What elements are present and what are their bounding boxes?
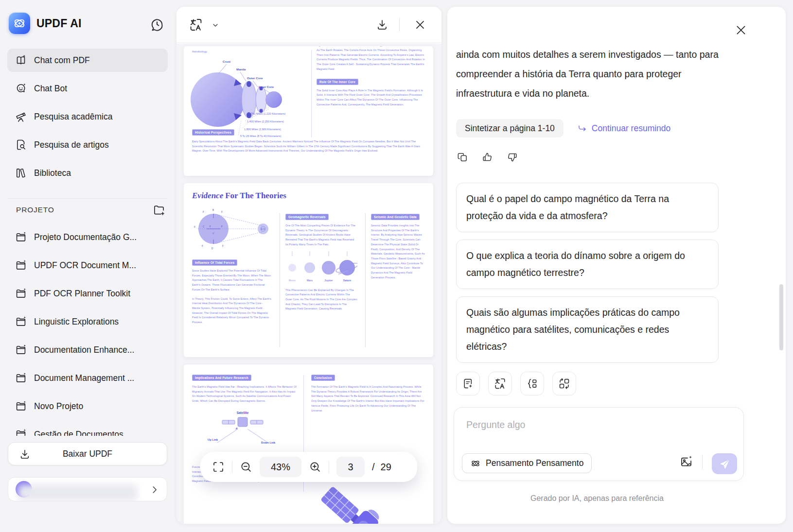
cut-text-line: Magnetic Field Research Also Connects To…: [315, 46, 426, 47]
suggested-question[interactable]: Quais são algumas implicações práticas d…: [456, 296, 719, 363]
translate-tool-button[interactable]: [488, 372, 512, 395]
thumbs-down-icon[interactable]: [507, 152, 518, 163]
history-icon[interactable]: [150, 17, 164, 32]
page-total: /29: [372, 462, 391, 473]
atom-icon: [470, 458, 481, 469]
project-section-label: PROJETO: [16, 206, 54, 214]
outline-tool-button[interactable]: [520, 372, 544, 395]
section-badge: Seismic And Geodetic Data: [371, 214, 420, 220]
page-title: EvidenceFor The Theories: [192, 191, 286, 201]
page-column: BFF FCFF UDFF E S Influence Of Tidal For…: [192, 206, 272, 325]
svg-text:F: F: [202, 245, 203, 247]
column-rule: [311, 50, 312, 137]
folder-sparkle-icon: [15, 231, 27, 243]
close-icon[interactable]: [734, 23, 748, 37]
library-icon: [15, 167, 27, 179]
ai-disclaimer: Gerado por IA, apenas para referência: [447, 494, 747, 503]
svg-text:Down Link: Down Link: [261, 441, 276, 444]
section-badge: Influence Of Tidal Forces: [192, 259, 237, 266]
fit-page-icon[interactable]: [212, 461, 225, 473]
project-item[interactable]: PDF OCR Planner Toolkit: [7, 282, 168, 305]
svg-text:F: F: [221, 225, 223, 228]
folder-sparkle-icon: [15, 288, 27, 299]
svg-text:Mantle: Mantle: [236, 68, 246, 71]
sidebar-item-biblioteca[interactable]: Biblioteca: [7, 161, 168, 185]
column-rule: [365, 213, 366, 347]
folder-sparkle-icon: [15, 400, 27, 412]
chevron-down-icon[interactable]: [211, 21, 219, 29]
thumbs-up-icon[interactable]: [482, 152, 493, 163]
section-badge: Conclusion: [311, 375, 335, 381]
chat-input[interactable]: Pergunte algo Pensamento Pensamento: [454, 407, 744, 481]
translate-icon[interactable]: [189, 18, 203, 32]
chevron-right-icon: [149, 484, 160, 495]
svg-text:Mars: Mars: [307, 279, 313, 282]
column-rule: [280, 213, 280, 347]
source-pill[interactable]: Sintetizar a página 1-10: [456, 119, 564, 137]
project-item[interactable]: Novo Projeto: [7, 395, 168, 418]
ai-message: ainda com muitos detalhes a serem invest…: [456, 45, 737, 103]
message-actions: [457, 152, 518, 163]
section-badge: Implications And Future Research: [192, 375, 251, 381]
svg-text:Inner Core: Inner Core: [259, 85, 274, 88]
svg-text:U: U: [212, 232, 214, 235]
nav-label: Biblioteca: [34, 168, 71, 178]
ai-chat-panel: ainda com muitos detalhes a serem invest…: [447, 7, 786, 524]
suggested-question[interactable]: Qual é o papel do campo magnético da Ter…: [456, 183, 719, 232]
nav-label: Pesquisa acadêmica: [34, 112, 112, 122]
download-updf-button[interactable]: Baixar UPDF: [8, 442, 167, 465]
sidebar-item-chat-com-pdf[interactable]: Chat com PDF: [7, 49, 168, 72]
continue-summarizing-link[interactable]: Continuar resumindo: [577, 123, 670, 134]
pdf-preview-panel: Magnetic Field Research Also Connects To…: [176, 7, 441, 524]
project-item[interactable]: Projeto Documentação G...: [7, 225, 168, 249]
zoom-out-icon[interactable]: [240, 461, 252, 473]
project-section-header: PROJETO: [16, 203, 165, 217]
folder-sparkle-icon: [15, 372, 27, 384]
project-item[interactable]: UPDF OCR Document M...: [7, 254, 168, 277]
summarize-tool-button[interactable]: [456, 372, 480, 395]
suggested-question[interactable]: O que explica a teoria do dínamo sobre a…: [456, 240, 719, 289]
svg-text:F: F: [210, 225, 211, 228]
updf-logo-icon: [9, 13, 30, 34]
zoom-level[interactable]: 43%: [260, 457, 301, 477]
page-number-input[interactable]: 3: [336, 457, 365, 477]
new-project-icon[interactable]: [153, 204, 165, 216]
add-image-icon[interactable]: [680, 455, 693, 468]
user-profile[interactable]: [8, 477, 167, 501]
sidebar-divider: [8, 198, 167, 199]
message-meta-row: Sintetizar a página 1-10 Continuar resum…: [456, 119, 670, 137]
continue-arrow-icon: [577, 123, 587, 134]
zoom-in-icon[interactable]: [309, 461, 321, 473]
measure-label: 760 Miles (1,220 Kilometers): [251, 112, 285, 115]
outline-icon: [526, 378, 538, 390]
doc-sparkle-icon: [462, 378, 474, 390]
updf-ai-window: UPDF AI Chat com PDF Chat Bot Pesquisa a…: [0, 0, 793, 532]
tidal-forces-diagram: BFF FCFF UDFF E S: [192, 206, 272, 251]
page-text: Early Speculations About The Earth's Mag…: [192, 139, 425, 154]
section-badge: Historical Perspectives: [192, 129, 234, 136]
planets-diagram: MoonMarsJupiterSaturn: [285, 250, 357, 284]
sidebar-item-pesquisa-academica[interactable]: Pesquisa acadêmica: [7, 105, 168, 128]
project-item[interactable]: Gestão de Documentos: [7, 423, 168, 436]
svg-text:F: F: [221, 211, 223, 213]
user-name-blurred: [18, 484, 137, 501]
project-item[interactable]: Documentation Enhance...: [7, 338, 168, 361]
close-preview-icon[interactable]: [414, 18, 426, 31]
project-item[interactable]: Linguistic Explorations: [7, 310, 168, 333]
convert-tool-button[interactable]: [552, 372, 576, 395]
send-button[interactable]: [712, 453, 737, 474]
project-item[interactable]: Document Management ...: [7, 366, 168, 390]
chat-scrollbar[interactable]: [779, 284, 783, 350]
sidebar-item-chat-bot[interactable]: Chat Bot: [7, 77, 168, 100]
download-pdf-icon[interactable]: [376, 18, 388, 31]
ai-tools-row: [456, 372, 576, 395]
copy-icon[interactable]: [457, 152, 468, 163]
sidebar-item-pesquisa-de-artigos[interactable]: Pesquisa de artigos: [7, 133, 168, 156]
section-badge: Geomagnetic Reversals: [285, 214, 329, 220]
svg-text:1,400 Miles (2,250 Kilometers): 1,400 Miles (2,250 Kilometers): [247, 120, 284, 123]
page-column: Seismic And Geodetic Data Seismic Data P…: [371, 211, 425, 280]
svg-text:Jupiter: Jupiter: [324, 279, 333, 282]
svg-text:5 To 25 Miles (8 To 40 Kilomet: 5 To 25 Miles (8 To 40 Kilometers): [240, 135, 281, 137]
svg-text:D: D: [211, 247, 213, 250]
thinking-mode-toggle[interactable]: Pensamento Pensamento: [462, 453, 592, 473]
